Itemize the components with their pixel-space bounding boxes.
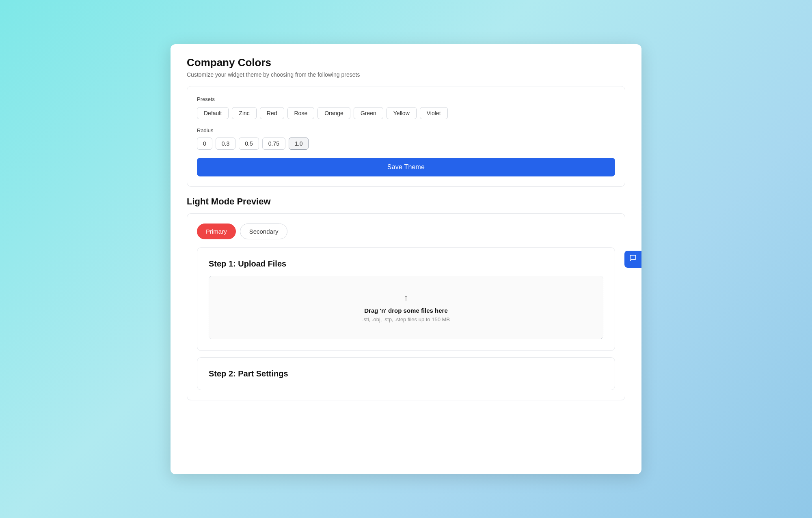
presets-card: Presets Default Zinc Red Rose Orange Gre… bbox=[187, 86, 625, 187]
chat-button[interactable] bbox=[624, 251, 641, 268]
preset-violet[interactable]: Violet bbox=[420, 107, 448, 119]
preview-buttons-row: Primary Secondary bbox=[197, 224, 615, 239]
upload-sub-text: .stl, .obj, .stp, .step files up to 150 … bbox=[362, 316, 450, 322]
preset-yellow[interactable]: Yellow bbox=[387, 107, 417, 119]
step2-title: Step 2: Part Settings bbox=[209, 369, 603, 378]
preset-rose[interactable]: Rose bbox=[287, 107, 315, 119]
company-colors-section: Company Colors Customize your widget the… bbox=[187, 56, 625, 187]
step1-card: Step 1: Upload Files ↑ Drag 'n' drop som… bbox=[197, 247, 615, 351]
preview-title: Light Mode Preview bbox=[187, 196, 625, 207]
upload-main-text: Drag 'n' drop some files here bbox=[364, 307, 448, 314]
preset-green[interactable]: Green bbox=[354, 107, 383, 119]
preset-default[interactable]: Default bbox=[197, 107, 229, 119]
primary-button[interactable]: Primary bbox=[197, 224, 236, 239]
radius-row: 0 0.3 0.5 0.75 1.0 bbox=[197, 138, 615, 150]
radius-03[interactable]: 0.3 bbox=[216, 138, 235, 150]
window-content: Company Colors Customize your widget the… bbox=[171, 44, 641, 474]
upload-icon: ↑ bbox=[404, 292, 408, 303]
upload-dropzone[interactable]: ↑ Drag 'n' drop some files here .stl, .o… bbox=[209, 276, 603, 339]
page-title: Company Colors bbox=[187, 56, 625, 69]
save-theme-button[interactable]: Save Theme bbox=[197, 158, 615, 176]
preview-card: Primary Secondary Step 1: Upload Files ↑… bbox=[187, 213, 625, 400]
radius-10[interactable]: 1.0 bbox=[289, 138, 309, 150]
radius-0[interactable]: 0 bbox=[197, 138, 212, 150]
preset-zinc[interactable]: Zinc bbox=[232, 107, 256, 119]
step1-title: Step 1: Upload Files bbox=[209, 259, 603, 269]
radius-label: Radius bbox=[197, 127, 615, 133]
chat-icon bbox=[629, 254, 637, 264]
presets-row: Default Zinc Red Rose Orange Green Yello… bbox=[197, 107, 615, 119]
preset-orange[interactable]: Orange bbox=[317, 107, 350, 119]
main-window: Company Colors Customize your widget the… bbox=[171, 44, 641, 474]
radius-05[interactable]: 0.5 bbox=[239, 138, 259, 150]
secondary-button[interactable]: Secondary bbox=[240, 224, 288, 239]
light-mode-preview-section: Light Mode Preview Primary Secondary Ste… bbox=[187, 196, 625, 400]
preset-red[interactable]: Red bbox=[260, 107, 284, 119]
presets-label: Presets bbox=[197, 96, 615, 102]
step2-card: Step 2: Part Settings bbox=[197, 357, 615, 390]
radius-075[interactable]: 0.75 bbox=[262, 138, 285, 150]
page-subtitle: Customize your widget theme by choosing … bbox=[187, 71, 625, 78]
